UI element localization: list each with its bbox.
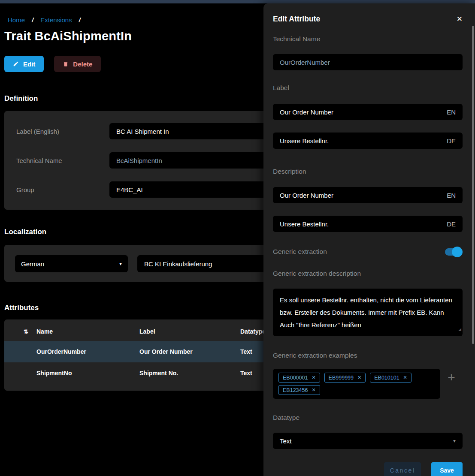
breadcrumb-separator: / — [32, 16, 33, 24]
description-en-value: Our Order Number — [280, 192, 333, 199]
chip-label: EB123456 — [283, 387, 308, 393]
delete-button[interactable]: Delete — [54, 56, 101, 72]
description-de-input[interactable]: Unsere Bestellnr. DE — [273, 216, 463, 232]
cell-label: Our Order Number — [139, 348, 240, 355]
resize-handle-icon[interactable]: ◢ — [458, 323, 461, 336]
cell-name: OurOrderNumber — [36, 348, 139, 355]
language-tag-de: DE — [447, 220, 456, 228]
technical-name-label: Technical Name — [273, 35, 463, 43]
label-de-value: Unsere Bestellnr. — [280, 137, 329, 145]
language-tag-de: DE — [447, 137, 456, 145]
top-accent-bar — [0, 0, 475, 3]
cell-name: ShipmentNo — [36, 370, 139, 377]
generic-extraction-toggle[interactable] — [445, 248, 461, 256]
field-label: Label (English) — [16, 128, 109, 135]
chevron-down-icon: ▾ — [119, 261, 122, 267]
generic-extraction-examples-label: Generic extraction examples — [273, 352, 463, 359]
chip-label: EB000001 — [283, 375, 308, 381]
delete-button-label: Delete — [73, 60, 92, 68]
label-en-value: Our Order Number — [280, 108, 333, 116]
language-select[interactable]: German ▾ — [15, 255, 128, 272]
field-label: Group — [16, 186, 109, 193]
description-en-input[interactable]: Our Order Number EN — [273, 187, 463, 203]
column-header-name: Name — [36, 328, 139, 335]
chip-remove-icon[interactable]: ✕ — [312, 387, 315, 393]
add-example-button[interactable]: + — [440, 369, 463, 386]
chevron-down-icon: ▾ — [453, 438, 456, 444]
label-section-label: Label — [273, 84, 463, 92]
modal-scrollbar[interactable] — [472, 26, 474, 344]
chip-label: EB999999 — [329, 375, 354, 381]
description-section-label: Description — [273, 168, 463, 175]
generic-extraction-description-value: Es soll unsere Bestellnr. enthalten, nic… — [280, 296, 452, 328]
datatype-select[interactable]: Text ▾ — [273, 433, 463, 449]
chip-label: EB010101 — [374, 375, 399, 381]
chip-remove-icon[interactable]: ✕ — [312, 375, 315, 380]
language-tag-en: EN — [447, 108, 456, 116]
sort-icon[interactable]: ⇅ — [24, 328, 28, 335]
chip-remove-icon[interactable]: ✕ — [403, 375, 407, 380]
breadcrumb-home[interactable]: Home — [8, 16, 25, 24]
trash-icon — [63, 61, 69, 67]
modal-technical-name-input: OurOrderNumber — [273, 54, 463, 70]
datatype-label: Datatype — [273, 414, 463, 422]
example-chip: EB010101 ✕ — [370, 373, 411, 383]
example-chip: EB999999 ✕ — [324, 373, 366, 383]
language-tag-en: EN — [447, 192, 456, 199]
chip-remove-icon[interactable]: ✕ — [357, 375, 361, 380]
edit-button-label: Edit — [23, 60, 35, 68]
examples-chip-container[interactable]: EB000001 ✕ EB999999 ✕ EB010101 ✕ EB12345… — [273, 369, 440, 399]
language-select-value: German — [21, 260, 44, 268]
column-header-label: Label — [139, 328, 240, 335]
generic-extraction-description-textarea[interactable]: Es soll unsere Bestellnr. enthalten, nic… — [273, 289, 463, 336]
breadcrumb-extensions[interactable]: Extensions — [40, 16, 72, 24]
datatype-select-value: Text — [280, 437, 292, 445]
toggle-knob — [452, 247, 463, 257]
cancel-button[interactable]: Cancel — [384, 462, 421, 476]
modal-title: Edit Attribute — [273, 15, 320, 24]
edit-button[interactable]: Edit — [4, 56, 44, 72]
pencil-icon — [13, 61, 19, 67]
close-icon[interactable]: ✕ — [457, 15, 463, 23]
description-de-value: Unsere Bestellnr. — [280, 220, 329, 228]
label-de-input[interactable]: Unsere Bestellnr. DE — [273, 133, 463, 149]
generic-extraction-label: Generic extraction — [273, 248, 327, 256]
breadcrumb-separator: / — [79, 16, 81, 24]
field-label: Technical Name — [16, 157, 109, 164]
label-en-input[interactable]: Our Order Number EN — [273, 104, 463, 120]
example-chip: EB123456 ✕ — [278, 385, 320, 395]
cell-label: Shipment No. — [139, 370, 240, 377]
save-button[interactable]: Save — [431, 462, 463, 476]
edit-attribute-modal: Edit Attribute ✕ Technical Name OurOrder… — [263, 3, 475, 476]
example-chip: EB000001 ✕ — [278, 373, 320, 383]
generic-extraction-description-label: Generic extraction description — [273, 270, 463, 277]
